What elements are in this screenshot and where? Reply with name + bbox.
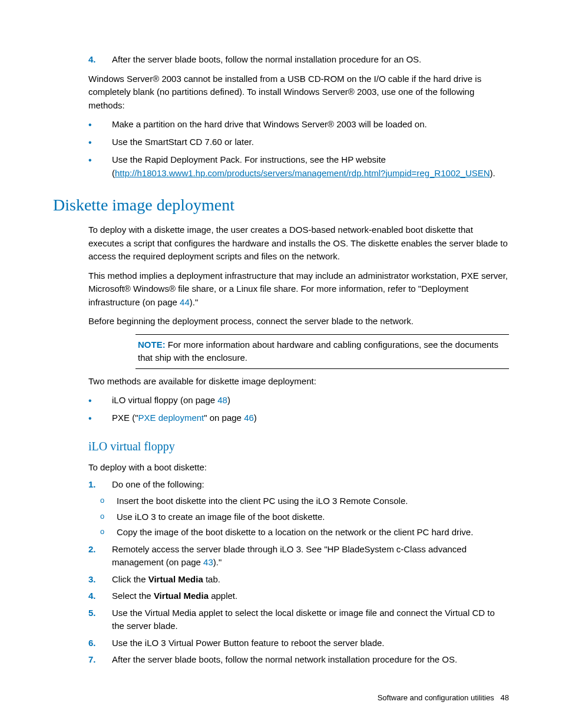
step-text: Use the iLO 3 Virtual Power Button featu… [112,637,509,650]
bullet-text: Use the SmartStart CD 7.60 or later. [112,136,509,150]
substep-1c: o Copy the image of the boot diskette to… [100,526,509,539]
footer-text: Software and configuration utilities [378,693,494,702]
note-text: For more information about hardware and … [138,340,498,363]
bullet-icon: • [88,153,112,180]
page-footer: Software and configuration utilities 48 [378,692,509,704]
bullet-partition: • Make a partition on the hard drive tha… [88,118,509,132]
substep-text: Copy the image of the boot diskette to a… [117,526,473,539]
step-text: After the server blade boots, follow the… [112,53,509,67]
step-number: 6. [88,637,112,650]
step-6: 6. Use the iLO 3 Virtual Power Button fe… [88,637,509,650]
pxe-deployment-link[interactable]: PXE deployment [138,413,204,423]
paragraph-diskette-1: To deploy with a diskette image, the use… [88,223,509,263]
step-number: 4. [88,53,112,67]
bullet-text: PXE ("PXE deployment" on page 46) [112,411,509,426]
bullet-icon: • [88,411,112,426]
text-post: )." [213,557,222,567]
page-link-46[interactable]: 46 [244,413,254,423]
step-text: Click the Virtual Media tab. [112,573,509,587]
bullet-pxe: • PXE ("PXE deployment" on page 46) [88,411,509,426]
step-text: Select the Virtual Media applet. [112,589,509,603]
circle-icon: o [100,526,117,539]
text-post: applet. [209,591,237,601]
circle-icon: o [100,510,117,524]
text-post: ). [490,168,495,178]
step-number: 3. [88,573,112,587]
page-link-43[interactable]: 43 [203,557,213,567]
rdp-link[interactable]: http://h18013.www1.hp.com/products/serve… [115,168,490,178]
text-pre: This method implies a deployment infrast… [88,271,508,307]
step-number: 5. [88,607,112,633]
document-page: 4. After the server blade boots, follow … [0,0,562,728]
paragraph-two-methods: Two methods are available for diskette i… [88,375,509,388]
paragraph-diskette-2: This method implies a deployment infrast… [88,269,509,309]
note-box: NOTE: For more information about hardwar… [135,334,509,369]
text-pre: iLO virtual floppy (on page [112,395,217,405]
text-end: ) [254,413,257,423]
circle-icon: o [100,495,117,508]
step-number: 1. [88,478,112,492]
bold-text: Virtual Media [154,591,209,601]
bullet-rapid-deployment: • Use the Rapid Deployment Pack. For ins… [88,153,509,180]
paragraph-before-deploy: Before beginning the deployment process,… [88,315,509,328]
substep-1a: o Insert the boot diskette into the clie… [100,495,509,508]
footer-page-number: 48 [501,693,509,702]
step-text: After the server blade boots, follow the… [112,653,509,667]
heading-diskette-deployment: Diskette image deployment [53,193,509,218]
step-5: 5. Use the Virtual Media applet to selec… [88,607,509,633]
step-text: Use the Virtual Media applet to select t… [112,607,509,633]
bullet-text: Use the Rapid Deployment Pack. For instr… [112,153,509,180]
paragraph-ilo-intro: To deploy with a boot diskette: [88,461,509,475]
page-link-48[interactable]: 48 [217,395,227,405]
bullet-icon: • [88,394,112,408]
step-4: 4. Select the Virtual Media applet. [88,589,509,603]
text-post: ) [227,395,230,405]
step-text: Do one of the following: [112,478,509,492]
text-post: tab. [203,574,220,584]
note-label: NOTE: [138,340,166,350]
bullet-text: iLO virtual floppy (on page 48) [112,394,509,408]
step-1: 1. Do one of the following: [88,478,509,492]
step-number: 4. [88,589,112,603]
step-7: 7. After the server blade boots, follow … [88,653,509,667]
step-text: Remotely access the server blade through… [112,543,509,569]
text-pre: Select the [112,591,154,601]
bold-text: Virtual Media [148,574,203,584]
substep-text: Insert the boot diskette into the client… [117,495,408,508]
text-pre: PXE (" [112,413,138,423]
bullet-ilo-floppy: • iLO virtual floppy (on page 48) [88,394,509,408]
step-number: 7. [88,653,112,667]
bullet-icon: • [88,118,112,132]
step-4-top: 4. After the server blade boots, follow … [88,53,509,67]
bullet-icon: • [88,136,112,150]
page-link-44[interactable]: 44 [180,297,190,307]
step-number: 2. [88,543,112,569]
text-pre: Click the [112,574,148,584]
text-pre: Remotely access the server blade through… [112,544,467,568]
step-3: 3. Click the Virtual Media tab. [88,573,509,587]
step-2: 2. Remotely access the server blade thro… [88,543,509,569]
paragraph-ws2003: Windows Server® 2003 cannot be installed… [88,73,509,113]
substep-text: Use iLO 3 to create an image file of the… [117,510,325,524]
body-content: 4. After the server blade boots, follow … [88,53,509,667]
bullet-smartstart: • Use the SmartStart CD 7.60 or later. [88,136,509,150]
text-post: )." [190,297,199,307]
text-mid: " on page [204,413,244,423]
bullet-text: Make a partition on the hard drive that … [112,118,509,132]
heading-ilo-floppy: iLO virtual floppy [88,437,509,455]
substep-1b: o Use iLO 3 to create an image file of t… [100,510,509,524]
